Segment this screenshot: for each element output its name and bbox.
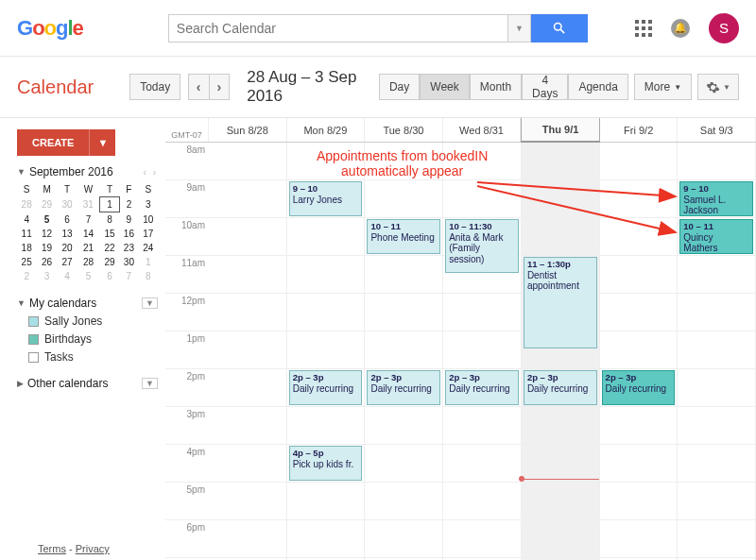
mini-day[interactable]: 28 <box>17 197 36 212</box>
settings-button[interactable]: ▼ <box>697 74 739 100</box>
other-calendars-menu[interactable]: ▼ <box>142 378 158 389</box>
mini-day[interactable]: 7 <box>77 212 100 228</box>
day-header[interactable]: Thu 9/1 <box>521 118 600 143</box>
search-input[interactable] <box>168 14 508 42</box>
mini-prev[interactable]: ‹ <box>144 167 148 178</box>
mini-day[interactable]: 4 <box>58 269 77 283</box>
day-header[interactable]: Tue 8/30 <box>365 118 443 142</box>
day-column[interactable]: 2p – 3pDaily recurring <box>600 143 679 560</box>
mini-day[interactable]: 24 <box>139 241 158 255</box>
mini-day[interactable]: 2 <box>119 197 138 212</box>
day-column[interactable]: 11 – 1:30pDentist appointment2p – 3pDail… <box>522 143 600 560</box>
mini-day[interactable]: 9 <box>119 212 138 228</box>
day-header[interactable]: Wed 8/31 <box>443 118 522 142</box>
mini-day[interactable]: 10 <box>139 212 158 228</box>
mini-day[interactable]: 26 <box>36 255 58 269</box>
notifications-icon[interactable]: 🔔 <box>671 19 690 38</box>
mini-day[interactable]: 29 <box>36 197 58 212</box>
calendar-event[interactable]: 2p – 3pDaily recurring <box>602 370 676 405</box>
mini-day[interactable]: 2 <box>17 269 36 283</box>
calendar-event[interactable]: 9 – 10Samuel L. Jackson <box>679 181 753 216</box>
search-dropdown[interactable]: ▼ <box>508 14 531 42</box>
today-button[interactable]: Today <box>129 74 180 100</box>
create-dropdown[interactable]: ▼ <box>89 129 115 156</box>
view-tab-month[interactable]: Month <box>470 74 522 100</box>
calendar-event[interactable]: 11 – 1:30pDentist appointment <box>524 257 597 348</box>
other-calendars-label[interactable]: Other calendars <box>27 377 108 390</box>
mini-day[interactable]: 8 <box>139 269 158 283</box>
day-column[interactable]: 10 – 11:30Anita & Mark (Family session)2… <box>443 143 522 560</box>
day-header[interactable]: Sun 8/28 <box>209 118 287 142</box>
mini-day[interactable]: 20 <box>58 241 77 255</box>
mini-day[interactable]: 22 <box>100 241 119 255</box>
mini-day[interactable]: 19 <box>36 241 58 255</box>
calendar-item[interactable]: Sally Jones <box>28 314 158 328</box>
mini-day[interactable]: 31 <box>77 197 100 212</box>
day-column[interactable]: 10 – 11Phone Meeting2p – 3pDaily recurri… <box>365 143 443 560</box>
create-button[interactable]: CREATE <box>17 129 89 156</box>
more-button[interactable]: More ▼ <box>634 74 692 100</box>
day-column[interactable]: 9 – 10Larry Jones2p – 3pDaily recurring4… <box>287 143 366 560</box>
calendar-event[interactable]: 2p – 3pDaily recurring <box>524 370 597 405</box>
mini-day[interactable]: 28 <box>77 255 100 269</box>
mini-day[interactable]: 30 <box>119 255 138 269</box>
calendar-event[interactable]: 2p – 3pDaily recurring <box>367 370 440 405</box>
chevron-down-icon[interactable]: ▼ <box>17 167 26 177</box>
mini-day[interactable]: 14 <box>77 227 100 241</box>
mini-day[interactable]: 15 <box>100 227 119 241</box>
day-column[interactable]: 9 – 10Samuel L. Jackson10 – 11Quincy Mat… <box>678 143 756 560</box>
view-tab-week[interactable]: Week <box>420 74 469 100</box>
calendar-item[interactable]: Birthdays <box>28 332 158 346</box>
day-header[interactable]: Mon 8/29 <box>287 118 366 142</box>
mini-day[interactable]: 23 <box>119 241 138 255</box>
mini-next[interactable]: › <box>153 167 158 178</box>
calendar-event[interactable]: 2p – 3pDaily recurring <box>289 370 363 405</box>
calendar-event[interactable]: 10 – 11Quincy Mathers <box>679 219 753 254</box>
mini-day[interactable]: 11 <box>17 227 36 241</box>
mini-day[interactable]: 30 <box>58 197 77 212</box>
mini-day[interactable]: 1 <box>139 255 158 269</box>
mini-calendar: SMTWTFS 28293031123456789101112131415161… <box>17 182 158 283</box>
mini-day[interactable]: 17 <box>139 227 158 241</box>
mini-day[interactable]: 16 <box>119 227 138 241</box>
mini-day[interactable]: 21 <box>77 241 100 255</box>
my-calendars-menu[interactable]: ▼ <box>142 297 158 309</box>
view-tab-day[interactable]: Day <box>379 74 420 100</box>
mini-day[interactable]: 1 <box>100 197 119 212</box>
mini-day[interactable]: 4 <box>17 212 36 228</box>
mini-day[interactable]: 12 <box>36 227 58 241</box>
google-logo[interactable]: Google <box>17 16 83 41</box>
mini-day[interactable]: 6 <box>58 212 77 228</box>
my-calendars-label[interactable]: My calendars <box>29 297 96 310</box>
avatar[interactable]: S <box>709 13 739 43</box>
mini-day[interactable]: 25 <box>17 255 36 269</box>
mini-day[interactable]: 13 <box>58 227 77 241</box>
mini-day[interactable]: 27 <box>58 255 77 269</box>
mini-day[interactable]: 18 <box>17 241 36 255</box>
day-header[interactable]: Fri 9/2 <box>600 118 679 142</box>
mini-day[interactable]: 5 <box>36 212 58 228</box>
mini-day[interactable]: 5 <box>77 269 100 283</box>
calendar-item[interactable]: Tasks <box>28 350 158 364</box>
calendar-event[interactable]: 2p – 3pDaily recurring <box>445 370 519 405</box>
day-header[interactable]: Sat 9/3 <box>678 118 756 142</box>
mini-day[interactable]: 3 <box>139 197 158 212</box>
day-column[interactable] <box>209 143 287 560</box>
mini-day[interactable]: 6 <box>100 269 119 283</box>
apps-icon[interactable] <box>635 20 652 37</box>
terms-link[interactable]: Terms <box>38 543 66 554</box>
mini-day[interactable]: 3 <box>36 269 58 283</box>
prev-button[interactable]: ‹ <box>188 74 210 100</box>
mini-day[interactable]: 7 <box>119 269 138 283</box>
calendar-event[interactable]: 4p – 5pPick up kids fr. <box>289 446 363 481</box>
view-tab-agenda[interactable]: Agenda <box>568 74 627 100</box>
mini-day[interactable]: 29 <box>100 255 119 269</box>
privacy-link[interactable]: Privacy <box>76 543 110 554</box>
search-button[interactable] <box>531 14 588 42</box>
calendar-event[interactable]: 10 – 11Phone Meeting <box>367 219 440 254</box>
calendar-event[interactable]: 10 – 11:30Anita & Mark (Family session) <box>445 219 519 273</box>
calendar-event[interactable]: 9 – 10Larry Jones <box>289 181 363 216</box>
mini-day[interactable]: 8 <box>100 212 119 228</box>
next-button[interactable]: › <box>210 74 231 100</box>
view-tab-4-days[interactable]: 4 Days <box>522 74 568 100</box>
